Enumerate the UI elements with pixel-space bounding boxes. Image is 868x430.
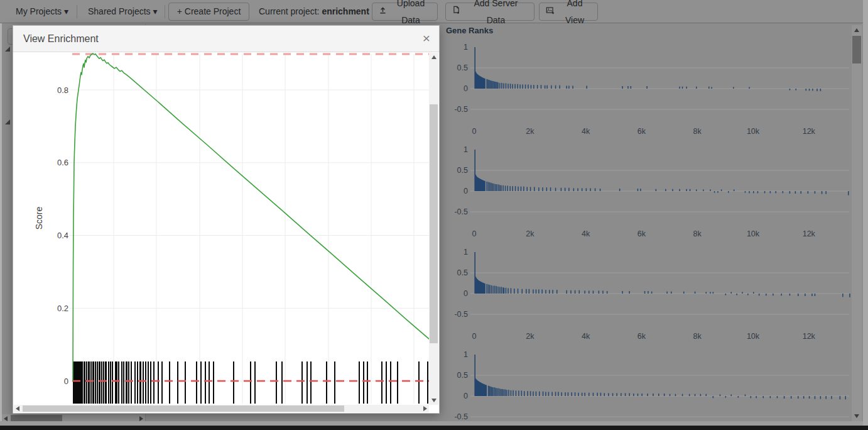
svg-text:0: 0 [464, 289, 468, 298]
scroll-right-icon[interactable] [139, 416, 143, 421]
svg-text:12k: 12k [803, 332, 816, 341]
dialog-body: 0.80.60.40.20Score [13, 52, 439, 413]
svg-text:0.2: 0.2 [57, 304, 68, 313]
scroll-down-icon[interactable] [431, 399, 437, 402]
svg-text:8k: 8k [693, 127, 702, 136]
current-project-name: enrichment [322, 6, 369, 16]
svg-text:0.5: 0.5 [457, 268, 468, 277]
svg-text:10k: 10k [747, 332, 760, 341]
svg-text:1: 1 [464, 43, 468, 52]
upload-data-button[interactable]: Upload Data [372, 3, 438, 21]
plot-hscrollbar[interactable] [14, 405, 429, 412]
svg-text:0: 0 [64, 377, 68, 386]
svg-text:6k: 6k [637, 229, 646, 238]
svg-text:0.5: 0.5 [457, 166, 468, 175]
svg-text:1: 1 [464, 350, 468, 359]
window-right-edge [863, 0, 868, 426]
toolbar-divider [77, 5, 77, 18]
svg-text:0.5: 0.5 [457, 371, 468, 380]
svg-text:0.6: 0.6 [57, 158, 68, 167]
svg-text:4k: 4k [582, 229, 590, 238]
close-icon[interactable]: × [423, 31, 430, 46]
scroll-left-icon[interactable] [4, 416, 8, 421]
upload-icon [379, 3, 387, 20]
svg-text:0.5: 0.5 [457, 63, 468, 72]
scroll-up-icon[interactable] [431, 55, 437, 59]
svg-text:0: 0 [472, 229, 477, 238]
svg-text:6k: 6k [637, 127, 646, 136]
svg-text:2k: 2k [526, 332, 534, 341]
right-panel-vscrollbar[interactable] [852, 25, 862, 421]
svg-text:1: 1 [464, 248, 468, 256]
vscroll-thumb[interactable] [430, 104, 438, 343]
svg-text:4k: 4k [582, 332, 590, 341]
svg-text:-0.5: -0.5 [454, 412, 468, 421]
gene-ranks-charts: 10.50-0.502k4k6k8k10k12k10.50-0.502k4k6k… [442, 24, 851, 422]
svg-text:0: 0 [464, 187, 468, 196]
upload-data-label: Upload Data [391, 0, 431, 29]
vscroll-thumb[interactable] [852, 36, 861, 63]
svg-text:2k: 2k [526, 127, 534, 136]
svg-text:0: 0 [464, 392, 468, 400]
svg-text:-0.5: -0.5 [454, 207, 468, 216]
svg-text:6k: 6k [637, 332, 646, 341]
shared-projects-menu[interactable]: Shared Projects ▾ [88, 0, 158, 23]
svg-text:4k: 4k [582, 127, 590, 136]
scroll-right-icon[interactable] [423, 406, 427, 411]
scroll-up-icon[interactable] [854, 28, 859, 32]
dialog-title: View Enrichment [23, 26, 99, 52]
svg-text:Score: Score [34, 207, 44, 230]
window-bottom-edge [0, 421, 863, 426]
toolbar: My Projects ▾ Shared Projects ▾ + Create… [0, 0, 863, 23]
svg-text:8k: 8k [693, 229, 702, 238]
svg-text:0: 0 [472, 332, 477, 341]
my-projects-menu[interactable]: My Projects ▾ [16, 0, 68, 23]
dialog-header[interactable]: View Enrichment × [13, 26, 439, 52]
hscroll-thumb[interactable] [23, 405, 344, 412]
tree-expander-icon[interactable] [5, 119, 10, 124]
image-plus-icon [546, 3, 555, 20]
enrichment-plot: 0.80.60.40.20Score [14, 53, 429, 405]
create-project-button[interactable]: + Create Project [168, 3, 249, 21]
svg-text:0.4: 0.4 [57, 231, 68, 240]
app-window: My Projects ▾ Shared Projects ▾ + Create… [0, 0, 868, 430]
current-project-label: Current project: [259, 6, 319, 16]
svg-text:12k: 12k [803, 229, 816, 238]
svg-text:12k: 12k [803, 127, 816, 136]
svg-text:10k: 10k [747, 127, 760, 136]
toolbar-divider [165, 5, 165, 18]
svg-text:0: 0 [472, 127, 477, 136]
svg-text:-0.5: -0.5 [454, 105, 468, 114]
add-server-data-button[interactable]: Add Server Data [445, 3, 534, 21]
svg-text:1: 1 [464, 145, 468, 154]
svg-text:8k: 8k [693, 332, 702, 341]
file-plus-icon [452, 3, 460, 20]
view-enrichment-dialog: View Enrichment × 0.80.60.40.20Score [13, 25, 440, 414]
scroll-left-icon[interactable] [16, 406, 19, 411]
svg-text:2k: 2k [526, 229, 534, 238]
tree-expander-icon[interactable] [5, 47, 10, 52]
window-frame-bottom [0, 426, 868, 430]
svg-text:10k: 10k [747, 229, 760, 238]
window-left-edge [0, 23, 2, 421]
scroll-down-icon[interactable] [854, 414, 859, 418]
add-view-button[interactable]: Add View [539, 3, 598, 21]
create-project-label: + Create Project [177, 3, 241, 20]
plot-vscrollbar[interactable] [429, 53, 438, 405]
svg-text:-0.5: -0.5 [454, 310, 468, 319]
svg-text:0: 0 [464, 84, 468, 93]
svg-text:0.8: 0.8 [57, 85, 68, 95]
current-project: Current project: enrichment [259, 0, 369, 23]
